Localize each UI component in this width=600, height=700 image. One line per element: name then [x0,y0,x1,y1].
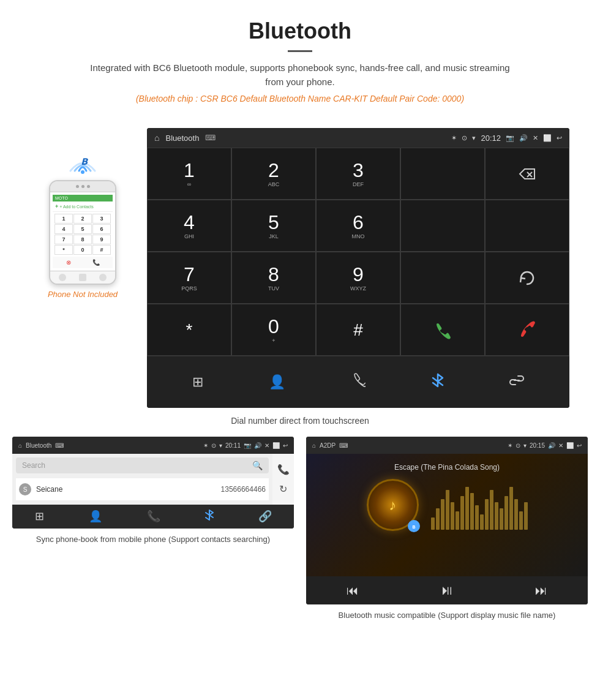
page-header: Bluetooth Integrated with BC6 Bluetooth … [0,0,600,122]
pb-scr-icon: ⬜ [272,442,280,449]
pb-tool-phone-icon[interactable]: 📞 [147,510,160,524]
album-art-wrapper: ♪ ʙ [367,479,419,531]
bt-status-icon: ✶ [451,134,457,142]
pb-tool-bt-icon[interactable] [205,510,214,524]
status-title: Bluetooth [165,134,199,143]
back-icon[interactable]: ↩ [557,134,562,142]
dial-key-empty-r3c4 [400,252,485,304]
signal-icon: ▾ [472,134,476,142]
grid-icon[interactable]: ⊞ [192,374,203,390]
pb-bt-icon: ✶ [203,442,208,449]
pb-sig-icon: ▾ [219,442,222,449]
dial-key-call-red[interactable] [485,304,569,356]
pb-home-icon[interactable]: ⌂ [18,442,22,449]
eq-bar [431,517,435,530]
phone-device-image: MOTO + + Add to Contacts 1 2 3 4 5 6 7 8… [49,180,116,285]
eq-bar [480,514,484,530]
prev-track-button[interactable]: ⏮ [347,584,359,598]
usb-icon: ⌨ [205,134,216,142]
dial-key-hash[interactable]: # [316,304,400,356]
music-toolbar: ⏮ ⏯ ⏭ [306,576,588,604]
dial-key-1[interactable]: 1 ∞ [147,148,231,200]
dial-key-empty-r1c4 [400,148,485,200]
page-title: Bluetooth [12,18,588,44]
dial-key-9[interactable]: 9 WXYZ [316,252,400,304]
dial-key-7[interactable]: 7 PQRS [147,252,231,304]
phonebook-content-wrapper: Search 🔍 S Seicane 13566664466 📞 [12,454,294,505]
eq-bar [436,508,440,530]
phonebook-block: ⌂ Bluetooth ⌨ ✶ ⊙ ▾ 20:11 📷 🔊 ✕ ⬜ ↩ [12,437,294,622]
dial-key-empty-r2c4 [400,200,485,252]
home-icon[interactable]: ⌂ [154,133,159,143]
phonebook-caption: Sync phone-book from mobile phone (Suppo… [12,533,294,546]
pb-time: 20:11 [225,442,241,449]
bluetooth-signal: ʙ [67,152,98,180]
eq-bar [504,496,508,530]
ms-sig-icon: ▾ [523,442,527,449]
music-content: Escape (The Pina Colada Song) ♪ ʙ [306,454,588,576]
pb-side-phone-icon[interactable]: 📞 [277,464,290,475]
eq-bar [509,487,513,530]
dial-key-call-green[interactable] [400,304,485,356]
eq-bar [475,505,479,530]
music-frame: ⌂ A2DP ⌨ ✶ ⊙ ▾ 20:15 🔊 ✕ ⬜ ↩ Escape (The… [306,437,588,604]
dial-key-3[interactable]: 3 DEF [316,148,400,200]
screen-icon[interactable]: ⬜ [543,134,552,142]
ms-vol-icon: 🔊 [548,442,555,449]
eq-bar [441,499,444,530]
volume-icon[interactable]: 🔊 [519,134,528,142]
music-song-title: Escape (The Pina Colada Song) [315,463,579,472]
pb-usb-icon: ⌨ [55,442,64,449]
dial-key-refresh[interactable] [485,252,569,304]
pb-loc-icon: ⊙ [211,442,216,449]
pb-tool-link-icon[interactable]: 🔗 [258,510,272,524]
phone-icon[interactable] [351,373,366,391]
eq-bar [460,496,464,530]
eq-visualizer [431,481,528,530]
dial-grid: 1 ∞ 2 ABC 3 DEF 4 GHI [147,148,569,408]
pb-vol-icon: 🔊 [254,442,261,449]
dial-section: ʙ MOTO + + Add to Contacts 1 2 [0,122,600,411]
dial-key-2[interactable]: 2 ABC [231,148,316,200]
car-status-bar: ⌂ Bluetooth ⌨ ✶ ⊙ ▾ 20:12 📷 🔊 ✕ ⬜ ↩ [147,128,569,148]
dial-key-star[interactable]: * [147,304,231,356]
ms-x-icon: ✕ [558,442,563,449]
eq-bar [514,499,518,530]
pb-side-refresh-icon[interactable]: ↻ [279,483,287,495]
eq-bar [485,499,489,530]
dial-key-backspace[interactable] [485,148,569,200]
ms-home-icon[interactable]: ⌂ [312,442,316,449]
eq-bar [495,502,498,530]
dial-key-8[interactable]: 8 TUV [231,252,316,304]
camera-icon[interactable]: 📷 [506,134,514,142]
play-pause-button[interactable]: ⏯ [440,582,454,598]
phonebook-toolbar: ⊞ 👤 📞 🔗 [12,505,294,529]
dial-key-6[interactable]: 6 MNO [316,200,400,252]
eq-bar [524,502,528,530]
contacts-icon[interactable]: 👤 [269,374,285,390]
search-bar[interactable]: Search 🔍 [16,457,269,473]
bluetooth-icon[interactable] [432,373,444,391]
search-icon[interactable]: 🔍 [252,461,263,470]
bottom-screenshots: ⌂ Bluetooth ⌨ ✶ ⊙ ▾ 20:11 📷 🔊 ✕ ⬜ ↩ [0,437,600,622]
ms-usb-icon: ⌨ [339,442,348,449]
phone-mockup-area: ʙ MOTO + + Add to Contacts 1 2 [31,128,135,299]
next-track-button[interactable]: ⏭ [535,584,547,598]
contact-row[interactable]: S Seicane 13566664466 [16,478,269,501]
pb-cam-icon: 📷 [244,442,251,449]
music-note-icon: ♪ [389,497,396,514]
ms-loc-icon: ⊙ [516,442,520,449]
close-icon[interactable]: ✕ [533,134,538,142]
contact-number: 13566664466 [221,485,266,494]
eq-bar [519,511,523,530]
pb-tool-grid-icon[interactable]: ⊞ [35,510,44,524]
dial-caption: Dial number direct from touchscreen [0,416,600,426]
dial-key-0[interactable]: 0 + [231,304,316,356]
pb-tool-contacts-icon[interactable]: 👤 [89,510,102,524]
dial-key-5[interactable]: 5 JKL [231,200,316,252]
dial-key-4[interactable]: 4 GHI [147,200,231,252]
phonebook-status-bar: ⌂ Bluetooth ⌨ ✶ ⊙ ▾ 20:11 📷 🔊 ✕ ⬜ ↩ [12,437,294,454]
eq-bar [500,508,503,530]
link-icon[interactable] [509,373,524,391]
eq-bar [451,502,454,530]
